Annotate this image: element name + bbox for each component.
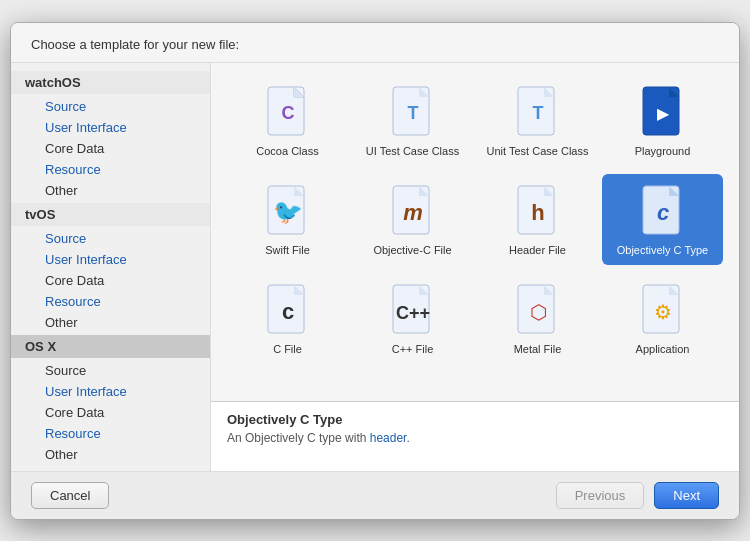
svg-text:⚙: ⚙ (654, 301, 672, 323)
swift-icon: 🐦 (264, 182, 312, 238)
dialog-footer: Cancel Previous Next (11, 471, 739, 519)
template-cpp-file[interactable]: C++ C++ File (352, 273, 473, 364)
svg-text:⬡: ⬡ (529, 301, 546, 323)
template-objective-c[interactable]: m Objective-C File (352, 174, 473, 265)
application-icon: ⚙ (639, 281, 687, 337)
sidebar-section-watchos: watchOS (11, 71, 210, 94)
sidebar-item-osx-resource[interactable]: Resource (15, 423, 206, 444)
template-swift-file[interactable]: 🐦 Swift File (227, 174, 348, 265)
template-c-file[interactable]: c C File (227, 273, 348, 364)
cppfile-icon: C++ (389, 281, 437, 337)
template-grid-area: C Cocoa Class T (211, 63, 739, 401)
template-metal-file[interactable]: ⬡ Metal File (477, 273, 598, 364)
dialog-body: watchOS Source User Interface Core Data … (11, 63, 739, 471)
template-grid: C Cocoa Class T (227, 75, 723, 365)
cfile-label: C File (273, 342, 302, 356)
svg-text:T: T (532, 103, 543, 123)
swift-label: Swift File (265, 243, 310, 257)
cocoa-class-label: Cocoa Class (256, 144, 318, 158)
objctype-icon: c (639, 182, 687, 238)
template-application[interactable]: ⚙ Application (602, 273, 723, 364)
sidebar-item-tvos-source[interactable]: Source (15, 228, 206, 249)
svg-text:h: h (531, 200, 544, 225)
sidebar-item-tvos-resource[interactable]: Resource (15, 291, 206, 312)
sidebar-item-watchos-ui[interactable]: User Interface (15, 117, 206, 138)
dialog-header: Choose a template for your new file: (11, 23, 739, 63)
objctype-label: Objectively C Type (617, 243, 709, 257)
template-cocoa-class[interactable]: C Cocoa Class (227, 75, 348, 166)
next-button[interactable]: Next (654, 482, 719, 509)
cfile-icon: c (264, 281, 312, 337)
objc-label: Objective-C File (373, 243, 451, 257)
sidebar-item-watchos-coredata[interactable]: Core Data (15, 138, 206, 159)
template-objectively-c-type[interactable]: c Objectively C Type (602, 174, 723, 265)
ui-test-label: UI Test Case Class (366, 144, 459, 158)
svg-text:C++: C++ (395, 303, 429, 323)
description-title: Objectively C Type (227, 412, 723, 427)
sidebar-section-tvos: tvOS (11, 203, 210, 226)
svg-text:▶: ▶ (657, 105, 670, 122)
template-header-file[interactable]: h Header File (477, 174, 598, 265)
footer-buttons: Cancel Previous Next (31, 482, 719, 509)
header-icon: h (514, 182, 562, 238)
sidebar-item-osx-ui[interactable]: User Interface (15, 381, 206, 402)
new-file-dialog: Choose a template for your new file: wat… (10, 22, 740, 520)
template-playground[interactable]: ▶ Playground (602, 75, 723, 166)
metal-icon: ⬡ (514, 281, 562, 337)
playground-label: Playground (635, 144, 691, 158)
sidebar-item-osx-other[interactable]: Other (15, 444, 206, 465)
sidebar-item-watchos-source[interactable]: Source (15, 96, 206, 117)
svg-text:c: c (281, 299, 293, 324)
sidebar-item-osx-source[interactable]: Source (15, 360, 206, 381)
sidebar-item-osx-coredata[interactable]: Core Data (15, 402, 206, 423)
template-ui-test-case[interactable]: T UI Test Case Class (352, 75, 473, 166)
svg-text:c: c (656, 200, 668, 225)
application-label: Application (636, 342, 690, 356)
nav-buttons: Previous Next (556, 482, 719, 509)
template-unit-test-case[interactable]: T Unit Test Case Class (477, 75, 598, 166)
description-text-before: An Objectively C type with (227, 431, 370, 445)
objc-icon: m (389, 182, 437, 238)
description-text-after: . (406, 431, 409, 445)
svg-text:C: C (281, 103, 294, 123)
cocoa-class-icon: C (264, 83, 312, 139)
playground-icon: ▶ (639, 83, 687, 139)
previous-button[interactable]: Previous (556, 482, 645, 509)
sidebar-section-osx[interactable]: OS X (11, 335, 210, 358)
cppfile-label: C++ File (392, 342, 434, 356)
description-text: An Objectively C type with header. (227, 431, 723, 445)
sidebar-item-tvos-ui[interactable]: User Interface (15, 249, 206, 270)
metal-label: Metal File (514, 342, 562, 356)
svg-text:T: T (407, 103, 418, 123)
description-area: Objectively C Type An Objectively C type… (211, 401, 739, 471)
ui-test-icon: T (389, 83, 437, 139)
cancel-button[interactable]: Cancel (31, 482, 109, 509)
sidebar-item-watchos-other[interactable]: Other (15, 180, 206, 201)
svg-text:m: m (403, 200, 423, 225)
sidebar: watchOS Source User Interface Core Data … (11, 63, 211, 471)
dialog-title: Choose a template for your new file: (31, 37, 239, 52)
header-label: Header File (509, 243, 566, 257)
main-content: C Cocoa Class T (211, 63, 739, 471)
sidebar-item-watchos-resource[interactable]: Resource (15, 159, 206, 180)
sidebar-item-tvos-coredata[interactable]: Core Data (15, 270, 206, 291)
sidebar-item-tvos-other[interactable]: Other (15, 312, 206, 333)
description-link[interactable]: header (370, 431, 407, 445)
unit-test-icon: T (514, 83, 562, 139)
svg-text:🐦: 🐦 (273, 197, 303, 226)
unit-test-label: Unit Test Case Class (487, 144, 589, 158)
